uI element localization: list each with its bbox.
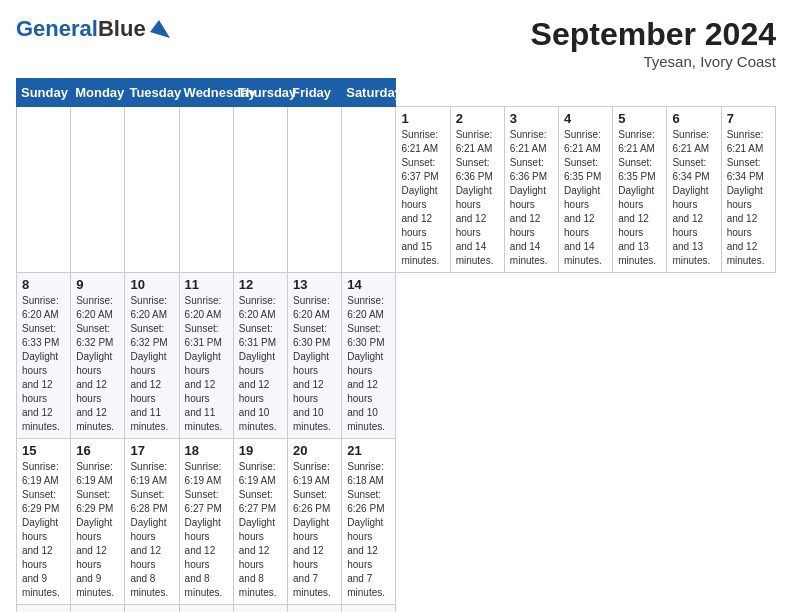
day-number: 9 <box>76 277 119 292</box>
title-block: September 2024 Tyesan, Ivory Coast <box>531 16 776 70</box>
calendar-week-row: 8 Sunrise: 6:20 AM Sunset: 6:33 PM Dayli… <box>17 273 776 439</box>
day-number: 3 <box>510 111 553 126</box>
day-number: 4 <box>564 111 607 126</box>
day-info: Sunrise: 6:21 AM Sunset: 6:35 PM Dayligh… <box>564 128 607 268</box>
day-info: Sunrise: 6:19 AM Sunset: 6:29 PM Dayligh… <box>76 460 119 600</box>
calendar-week-row: 22 Sunrise: 6:18 AM Sunset: 6:25 PM Dayl… <box>17 605 776 613</box>
day-info: Sunrise: 6:19 AM Sunset: 6:26 PM Dayligh… <box>293 460 336 600</box>
table-row <box>288 107 342 273</box>
day-number: 18 <box>185 443 228 458</box>
day-info: Sunrise: 6:20 AM Sunset: 6:31 PM Dayligh… <box>185 294 228 434</box>
col-monday: Monday <box>71 79 125 107</box>
table-row: 14 Sunrise: 6:20 AM Sunset: 6:30 PM Dayl… <box>342 273 396 439</box>
day-info: Sunrise: 6:19 AM Sunset: 6:29 PM Dayligh… <box>22 460 65 600</box>
day-number: 21 <box>347 443 390 458</box>
calendar-table: Sunday Monday Tuesday Wednesday Thursday… <box>16 78 776 612</box>
day-info: Sunrise: 6:21 AM Sunset: 6:35 PM Dayligh… <box>618 128 661 268</box>
day-info: Sunrise: 6:19 AM Sunset: 6:27 PM Dayligh… <box>185 460 228 600</box>
day-number: 13 <box>293 277 336 292</box>
day-number: 12 <box>239 277 282 292</box>
table-row: 27 Sunrise: 6:18 AM Sunset: 6:22 PM Dayl… <box>288 605 342 613</box>
day-info: Sunrise: 6:21 AM Sunset: 6:34 PM Dayligh… <box>672 128 715 268</box>
table-row: 25 Sunrise: 6:18 AM Sunset: 6:24 PM Dayl… <box>179 605 233 613</box>
logo-icon <box>148 18 170 40</box>
table-row: 6 Sunrise: 6:21 AM Sunset: 6:34 PM Dayli… <box>667 107 721 273</box>
table-row: 21 Sunrise: 6:18 AM Sunset: 6:26 PM Dayl… <box>342 439 396 605</box>
day-number: 11 <box>185 277 228 292</box>
logo-general: General <box>16 16 98 42</box>
col-tuesday: Tuesday <box>125 79 179 107</box>
day-info: Sunrise: 6:21 AM Sunset: 6:34 PM Dayligh… <box>727 128 770 268</box>
table-row: 10 Sunrise: 6:20 AM Sunset: 6:32 PM Dayl… <box>125 273 179 439</box>
table-row <box>233 107 287 273</box>
table-row: 5 Sunrise: 6:21 AM Sunset: 6:35 PM Dayli… <box>613 107 667 273</box>
header-row: Sunday Monday Tuesday Wednesday Thursday… <box>17 79 776 107</box>
table-row: 11 Sunrise: 6:20 AM Sunset: 6:31 PM Dayl… <box>179 273 233 439</box>
day-number: 19 <box>239 443 282 458</box>
day-info: Sunrise: 6:18 AM Sunset: 6:26 PM Dayligh… <box>347 460 390 600</box>
col-thursday: Thursday <box>233 79 287 107</box>
table-row: 9 Sunrise: 6:20 AM Sunset: 6:32 PM Dayli… <box>71 273 125 439</box>
table-row: 20 Sunrise: 6:19 AM Sunset: 6:26 PM Dayl… <box>288 439 342 605</box>
table-row <box>179 107 233 273</box>
table-row <box>125 107 179 273</box>
day-info: Sunrise: 6:20 AM Sunset: 6:30 PM Dayligh… <box>347 294 390 434</box>
table-row: 22 Sunrise: 6:18 AM Sunset: 6:25 PM Dayl… <box>17 605 71 613</box>
table-row: 26 Sunrise: 6:18 AM Sunset: 6:23 PM Dayl… <box>233 605 287 613</box>
day-number: 1 <box>401 111 444 126</box>
table-row <box>342 107 396 273</box>
day-number: 8 <box>22 277 65 292</box>
table-row: 7 Sunrise: 6:21 AM Sunset: 6:34 PM Dayli… <box>721 107 775 273</box>
table-row: 16 Sunrise: 6:19 AM Sunset: 6:29 PM Dayl… <box>71 439 125 605</box>
table-row: 1 Sunrise: 6:21 AM Sunset: 6:37 PM Dayli… <box>396 107 450 273</box>
day-info: Sunrise: 6:21 AM Sunset: 6:36 PM Dayligh… <box>456 128 499 268</box>
month-title: September 2024 <box>531 16 776 53</box>
logo: General Blue <box>16 16 170 42</box>
table-row: 23 Sunrise: 6:18 AM Sunset: 6:25 PM Dayl… <box>71 605 125 613</box>
location-title: Tyesan, Ivory Coast <box>531 53 776 70</box>
table-row <box>17 107 71 273</box>
day-info: Sunrise: 6:20 AM Sunset: 6:33 PM Dayligh… <box>22 294 65 434</box>
day-number: 15 <box>22 443 65 458</box>
table-row: 2 Sunrise: 6:21 AM Sunset: 6:36 PM Dayli… <box>450 107 504 273</box>
col-wednesday: Wednesday <box>179 79 233 107</box>
table-row: 12 Sunrise: 6:20 AM Sunset: 6:31 PM Dayl… <box>233 273 287 439</box>
day-number: 10 <box>130 277 173 292</box>
day-info: Sunrise: 6:21 AM Sunset: 6:36 PM Dayligh… <box>510 128 553 268</box>
day-info: Sunrise: 6:21 AM Sunset: 6:37 PM Dayligh… <box>401 128 444 268</box>
day-info: Sunrise: 6:20 AM Sunset: 6:31 PM Dayligh… <box>239 294 282 434</box>
page-header: General Blue September 2024 Tyesan, Ivor… <box>16 16 776 70</box>
logo-blue: Blue <box>98 16 146 42</box>
day-number: 7 <box>727 111 770 126</box>
table-row: 3 Sunrise: 6:21 AM Sunset: 6:36 PM Dayli… <box>504 107 558 273</box>
svg-marker-0 <box>150 20 170 38</box>
day-info: Sunrise: 6:19 AM Sunset: 6:27 PM Dayligh… <box>239 460 282 600</box>
table-row: 13 Sunrise: 6:20 AM Sunset: 6:30 PM Dayl… <box>288 273 342 439</box>
day-info: Sunrise: 6:19 AM Sunset: 6:28 PM Dayligh… <box>130 460 173 600</box>
day-info: Sunrise: 6:20 AM Sunset: 6:32 PM Dayligh… <box>130 294 173 434</box>
table-row: 19 Sunrise: 6:19 AM Sunset: 6:27 PM Dayl… <box>233 439 287 605</box>
table-row: 18 Sunrise: 6:19 AM Sunset: 6:27 PM Dayl… <box>179 439 233 605</box>
table-row: 24 Sunrise: 6:18 AM Sunset: 6:24 PM Dayl… <box>125 605 179 613</box>
table-row: 15 Sunrise: 6:19 AM Sunset: 6:29 PM Dayl… <box>17 439 71 605</box>
col-saturday: Saturday <box>342 79 396 107</box>
table-row: 28 Sunrise: 6:17 AM Sunset: 6:22 PM Dayl… <box>342 605 396 613</box>
calendar-week-row: 1 Sunrise: 6:21 AM Sunset: 6:37 PM Dayli… <box>17 107 776 273</box>
day-number: 6 <box>672 111 715 126</box>
table-row: 4 Sunrise: 6:21 AM Sunset: 6:35 PM Dayli… <box>559 107 613 273</box>
day-number: 16 <box>76 443 119 458</box>
day-number: 17 <box>130 443 173 458</box>
day-number: 2 <box>456 111 499 126</box>
table-row: 17 Sunrise: 6:19 AM Sunset: 6:28 PM Dayl… <box>125 439 179 605</box>
day-info: Sunrise: 6:20 AM Sunset: 6:32 PM Dayligh… <box>76 294 119 434</box>
col-sunday: Sunday <box>17 79 71 107</box>
table-row: 8 Sunrise: 6:20 AM Sunset: 6:33 PM Dayli… <box>17 273 71 439</box>
col-friday: Friday <box>288 79 342 107</box>
day-number: 5 <box>618 111 661 126</box>
calendar-week-row: 15 Sunrise: 6:19 AM Sunset: 6:29 PM Dayl… <box>17 439 776 605</box>
day-number: 14 <box>347 277 390 292</box>
day-info: Sunrise: 6:20 AM Sunset: 6:30 PM Dayligh… <box>293 294 336 434</box>
day-number: 20 <box>293 443 336 458</box>
table-row <box>71 107 125 273</box>
